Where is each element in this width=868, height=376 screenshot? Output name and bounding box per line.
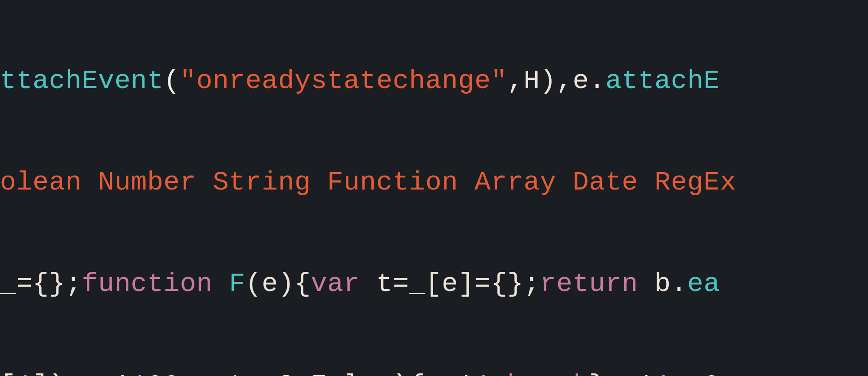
- code-token: break: [507, 370, 589, 376]
- code-token: attachEvent: [0, 65, 164, 96]
- code-line: _={};function F(e){var t=_[e]={};return …: [0, 267, 852, 301]
- code-token: (e){: [245, 268, 311, 299]
- code-token: ;: [491, 370, 507, 376]
- code-token: }n=!: [589, 370, 654, 376]
- code-token: t=_[e]={};: [360, 268, 540, 299]
- code-token: F: [229, 268, 246, 299]
- code-token: ea: [687, 268, 720, 299]
- code-token: t[: [0, 370, 16, 376]
- code-line: oolean Number String Function Array Date…: [0, 166, 852, 199]
- code-token: "onreadystatechange": [180, 65, 507, 96]
- code-token: [213, 268, 229, 299]
- code-token: return: [540, 268, 638, 299]
- code-token: b.: [638, 268, 687, 299]
- code-token: var: [311, 268, 360, 299]
- code-token: _={};: [0, 268, 82, 299]
- code-token: 1: [131, 370, 147, 376]
- code-line: t[1])===!1&&e.stopOnFalse){r=!1;break}n=…: [0, 369, 852, 376]
- code-token: ,u&: [671, 370, 720, 376]
- code-token: ,H),e.: [507, 65, 605, 96]
- code-editor: attachEvent("onreadystatechange",H),e.at…: [0, 0, 852, 376]
- code-token: oolean Number String Function Array Date…: [0, 167, 736, 198]
- code-token: ])===!: [33, 370, 131, 376]
- code-token: function: [82, 268, 213, 299]
- code-line: attachEvent("onreadystatechange",H),e.at…: [0, 64, 852, 98]
- code-token: &&e.stopOnFalse){r=!: [147, 370, 474, 376]
- code-token: 1: [16, 370, 33, 376]
- code-token: attachE: [605, 65, 720, 96]
- code-token: 1: [474, 370, 491, 376]
- code-token: (: [164, 65, 180, 96]
- code-token: 1: [654, 370, 671, 376]
